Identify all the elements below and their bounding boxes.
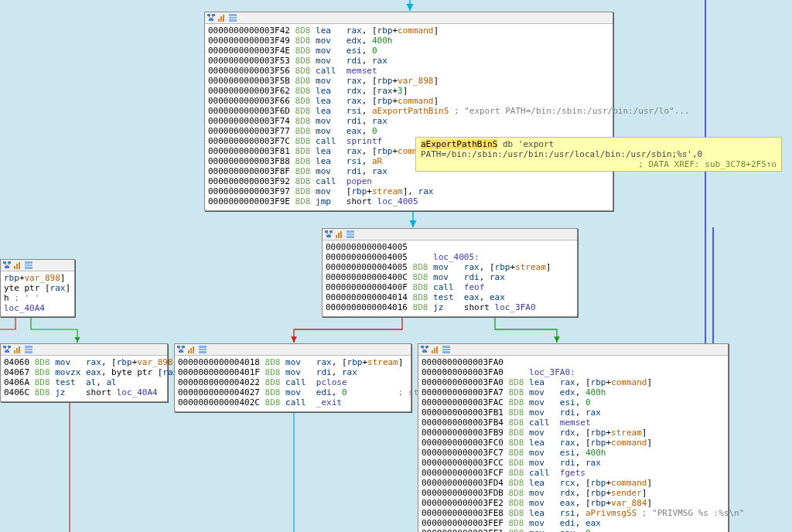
svg-rect-46 [425,346,428,348]
asm-line[interactable]: 0000000000003FF1 8D8 mov eax, 0 [422,528,725,532]
svg-rect-50 [436,346,438,353]
asm-line[interactable]: 0000000000003FEF 8D8 mov edi, eax [422,518,725,528]
svg-rect-18 [3,261,6,264]
svg-rect-20 [5,266,9,268]
svg-rect-6 [229,14,237,16]
svg-rect-5 [223,15,224,22]
asm-line[interactable]: 0000000000003FB4 8D8 call memset [422,418,725,428]
svg-rect-9 [325,230,328,233]
asm-line[interactable]: 0406A 8D8 test al, al [4,377,164,387]
asm-line[interactable]: 0000000000003F74 8D8 mov rdi, rax [208,116,609,126]
asm-line[interactable]: 0000000000003F4E 8D8 mov esi, 0 [208,46,609,56]
node-body: 0000000000003FA0 0000000000003FA0 loc_3F… [418,356,728,532]
svg-rect-10 [329,230,333,233]
svg-rect-38 [179,350,183,353]
asm-line[interactable]: 0000000000003FE2 8D8 mov eax, [rbp+var_8… [422,498,725,508]
asm-line[interactable]: 04067 8D8 movzx eax, byte ptr [rax] [4,367,164,377]
svg-rect-0 [207,14,210,16]
block-3F42[interactable]: 0000000000003F42 8D8 lea rax, [rbp+comma… [204,12,613,211]
asm-line[interactable]: loc_40A4 [4,303,71,313]
node-body: rbp+var_898]yte ptr [rax]h ; ' 'loc_40A4 [1,271,74,316]
flow-icon [442,345,451,354]
asm-line[interactable]: 0000000000003FD4 8D8 lea rcx, [rbp+comma… [422,478,725,488]
asm-line[interactable]: 0000000000003F5B 8D8 mov rax, [rbp+var_8… [208,76,609,86]
asm-line[interactable]: 000000000000401F 8D8 mov rdi, rax [178,367,408,377]
asm-line[interactable]: 0000000000004022 8D8 call pclose [178,377,408,387]
asm-line[interactable]: 0000000000003F42 8D8 lea rax, [rbp+comma… [208,26,609,36]
node-titlebar [1,260,74,271]
asm-line[interactable]: yte ptr [rax] [4,283,71,293]
asm-line[interactable]: 0000000000003FCF 8D8 call fgets [422,468,725,478]
asm-line[interactable]: 0000000000003FA0 [422,357,725,367]
svg-rect-35 [25,351,32,353]
asm-line[interactable]: 0000000000003FB9 8D8 mov rdx, [rbp+strea… [422,428,725,438]
asm-line[interactable]: rbp+var_898] [4,273,71,283]
block-4005[interactable]: 0000000000004005 0000000000004005 loc_40… [322,228,578,317]
svg-rect-30 [14,350,15,353]
asm-line[interactable]: 0000000000004005 [326,242,574,252]
node-titlebar [323,229,577,240]
asm-line[interactable]: 0000000000003FDB 8D8 mov rdx, [rbp+sende… [422,488,725,498]
asm-line[interactable]: 0000000000003FC0 8D8 lea rax, [rbp+comma… [422,438,725,448]
svg-rect-13 [338,233,340,238]
svg-rect-23 [19,262,20,269]
flow-icon [24,261,33,270]
asm-line[interactable]: 000000000000400C 8D8 mov rdi, rax [326,272,574,282]
svg-rect-45 [421,346,424,348]
svg-rect-17 [346,236,354,238]
asm-line[interactable]: 0000000000003F53 8D8 mov rdi, rax [208,56,609,66]
svg-rect-11 [326,235,331,237]
asm-line[interactable]: 0000000000004018 8D8 mov rax, [rbp+strea… [178,357,408,367]
svg-rect-24 [25,261,32,264]
svg-rect-33 [25,346,32,348]
block-4060[interactable]: 04060 8D8 mov rax, [rbp+var_898]04067 8D… [0,343,168,402]
asm-line[interactable]: 0000000000003FB1 8D8 mov rdi, rax [422,408,725,418]
asm-line[interactable]: 0000000000003FC7 8D8 mov esi, 400h [422,448,725,458]
svg-rect-29 [5,350,9,353]
graph-icon [420,345,429,354]
asm-line[interactable]: 0000000000004005 8D8 mov rax, [rbp+strea… [326,262,574,272]
asm-line[interactable]: 0000000000003FA0 loc_3FA0: [422,367,725,377]
asm-line[interactable]: 0000000000004014 8D8 test eax, eax [326,292,574,302]
graph-icon [324,230,333,239]
asm-line[interactable]: 0000000000003F97 8D8 mov [rbp+stream], r… [208,186,609,196]
asm-line[interactable]: 0000000000003FE8 8D8 lea rsi, aPrivmsgSS… [422,508,725,518]
asm-line[interactable]: 000000000000400F 8D8 call feof [326,282,574,292]
asm-line[interactable]: 0000000000003F77 8D8 mov eax, 0 [208,126,609,136]
asm-line[interactable]: 0000000000003F56 8D8 call memset [208,66,609,76]
node-body: 0000000000003F42 8D8 lea rax, [rbp+comma… [205,24,613,210]
asm-line[interactable]: 0000000000003FAC 8D8 mov esi, 0 [422,397,725,408]
svg-rect-32 [19,346,20,353]
graph-icon [2,345,12,354]
asm-line[interactable]: 0000000000003FA0 8D8 lea rax, [rbp+comma… [422,377,725,387]
asm-line[interactable]: 0000000000003F62 8D8 lea rdx, [rax+3] [208,86,609,96]
asm-line[interactable]: h ; ' ' [4,293,71,303]
asm-line[interactable]: 0000000000004016 8D8 jz short loc_3FA0 [326,302,574,312]
block-3FA0[interactable]: 0000000000003FA0 0000000000003FA0 loc_3F… [418,343,729,532]
block-4018[interactable]: 0000000000004018 8D8 mov rax, [rbp+strea… [174,343,411,412]
svg-rect-27 [3,346,6,348]
asm-line[interactable]: 0406C 8D8 jz short loc_40A4 [4,387,164,397]
svg-rect-41 [193,346,194,353]
svg-rect-42 [199,346,207,348]
asm-line[interactable]: 0000000000003F66 8D8 lea rax, [rbp+comma… [208,96,609,106]
chart-icon [431,345,440,354]
asm-line[interactable]: 0000000000004005 loc_4005: [326,252,574,262]
asm-line[interactable]: 0000000000003FCC 8D8 mov rdi, rax [422,458,725,468]
svg-rect-43 [199,349,207,350]
svg-rect-22 [16,264,18,269]
svg-rect-1 [212,14,215,16]
asm-line[interactable]: 0000000000003F49 8D8 mov edx, 400h [208,36,609,46]
svg-rect-39 [188,350,189,353]
asm-line[interactable]: 0000000000003FA7 8D8 mov edx, 400h [422,387,725,397]
asm-line[interactable]: 0000000000004027 8D8 mov edi, 0 ; status [178,387,408,397]
asm-line[interactable]: 04060 8D8 mov rax, [rbp+var_898] [4,357,164,367]
asm-line[interactable]: 0000000000003F92 8D8 call popen [208,176,609,186]
svg-rect-31 [16,348,18,353]
asm-line[interactable]: 0000000000003F9E 8D8 jmp short loc_4005 [208,196,609,206]
asm-line[interactable]: 000000000000402C 8D8 call _exit [178,397,408,408]
node-body: 0000000000004005 0000000000004005 loc_40… [323,240,577,315]
asm-line[interactable]: 0000000000003F6D 8D8 lea rsi, aExportPat… [208,106,609,116]
block-fragment-left[interactable]: rbp+var_898]yte ptr [rax]h ; ' 'loc_40A4 [0,259,75,317]
node-titlebar [418,344,728,356]
